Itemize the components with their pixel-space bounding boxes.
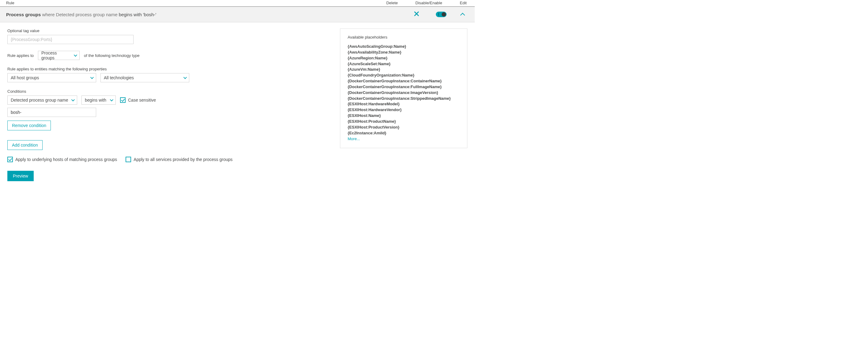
entities-matching-label: Rule applies to entities matching the fo… <box>7 67 261 71</box>
preview-button[interactable]: Preview <box>7 171 34 181</box>
placeholder-item: {ESXIHost:ProductName} <box>348 119 460 125</box>
condition-operator-value: begins with <box>85 98 106 102</box>
placeholder-item: {DockerContainerGroupInstance:FullImageN… <box>348 84 460 90</box>
applies-to-label: Rule applies to <box>7 53 34 58</box>
placeholder-item: {CloudFoundryOrganization:Name} <box>348 72 460 78</box>
condition-value-input[interactable] <box>7 108 96 117</box>
rule-summary: Process groups where Detected process gr… <box>6 12 409 17</box>
placeholder-item: {ESXIHost:HardwareVendor} <box>348 107 460 113</box>
placeholders-panel: Available placeholders {AwsAutoScalingGr… <box>340 29 467 148</box>
rule-attribute: Detected process group name <box>56 12 118 17</box>
placeholders-list: {AwsAutoScalingGroup:Name} {AwsAvailabil… <box>348 44 460 142</box>
remove-condition-button[interactable]: Remove condition <box>7 121 51 130</box>
apply-services-checkbox[interactable] <box>126 157 131 162</box>
rules-table-header: Rule Delete Disable/Enable Edit <box>0 0 475 7</box>
case-sensitive-checkbox[interactable] <box>120 97 126 103</box>
chevron-up-icon <box>462 11 465 18</box>
chevron-down-icon <box>110 98 113 101</box>
rule-row: Process groups where Detected process gr… <box>0 7 475 22</box>
condition-attribute-select[interactable]: Detected process group name <box>7 96 77 105</box>
condition-attribute-value: Detected process group name <box>11 98 68 102</box>
col-edit: Edit <box>458 1 469 5</box>
technologies-value: All technologies <box>104 75 134 80</box>
entity-type-value: Process groups <box>41 51 71 60</box>
rule-entity: Process groups <box>6 12 41 17</box>
chevron-down-icon <box>71 98 75 101</box>
chevron-down-icon <box>90 75 94 79</box>
conditions-label: Conditions <box>7 89 261 94</box>
col-rule: Rule <box>6 1 372 5</box>
enable-toggle[interactable] <box>436 12 446 17</box>
placeholder-item: {AzureVm:Name} <box>348 67 460 72</box>
chevron-down-icon <box>183 75 187 79</box>
placeholders-more-link[interactable]: More... <box>348 136 460 142</box>
technologies-select[interactable]: All technologies <box>100 73 189 82</box>
close-icon <box>414 11 419 17</box>
case-sensitive-option[interactable]: Case sensitive <box>120 97 156 103</box>
placeholder-item: {ESXIHost:Name} <box>348 113 460 119</box>
placeholder-item: {AwsAvailabilityZone:Name} <box>348 50 460 55</box>
rule-operator: begins with <box>118 12 143 17</box>
placeholder-item: {DockerContainerGroupInstance:ContainerN… <box>348 78 460 84</box>
placeholder-item: {AzureRegion:Name} <box>348 55 460 61</box>
host-groups-value: All host groups <box>11 75 39 80</box>
apply-hosts-checkbox[interactable] <box>7 157 13 162</box>
placeholders-title: Available placeholders <box>348 35 460 39</box>
condition-operator-select[interactable]: begins with <box>82 96 116 105</box>
placeholder-item: {DockerContainerGroupInstance:StrippedIm… <box>348 96 460 102</box>
rule-value: 'bosh-' <box>143 12 156 17</box>
optional-tag-label: Optional tag value <box>7 29 261 33</box>
of-tech-text: of the following technology type <box>84 53 140 58</box>
placeholder-item: {DockerContainerGroupInstance:ImageVersi… <box>348 90 460 96</box>
apply-hosts-option[interactable]: Apply to underlying hosts of matching pr… <box>7 157 117 162</box>
entity-type-select[interactable]: Process groups <box>38 51 80 60</box>
placeholder-item: {AzureScaleSet:Name} <box>348 61 460 67</box>
host-groups-select[interactable]: All host groups <box>7 73 96 82</box>
placeholder-item: {ESXIHost:HardwareModel} <box>348 101 460 107</box>
collapse-button[interactable] <box>458 11 469 18</box>
placeholder-item: {Ec2Instance:AmiId} <box>348 130 460 136</box>
placeholder-item: {AwsAutoScalingGroup:Name} <box>348 44 460 50</box>
apply-services-option[interactable]: Apply to all services provided by the pr… <box>126 157 232 162</box>
case-sensitive-label: Case sensitive <box>128 98 156 102</box>
col-disable-enable: Disable/Enable <box>412 1 446 5</box>
apply-services-label: Apply to all services provided by the pr… <box>133 157 232 162</box>
delete-rule-button[interactable] <box>409 10 424 19</box>
rule-where: where <box>41 12 56 17</box>
chevron-down-icon <box>74 53 77 57</box>
apply-hosts-label: Apply to underlying hosts of matching pr… <box>15 157 117 162</box>
col-delete: Delete <box>384 1 400 5</box>
placeholder-item: {ESXIHost:ProductVersion} <box>348 125 460 130</box>
optional-tag-input[interactable] <box>7 35 133 44</box>
add-condition-button[interactable]: Add condition <box>7 140 42 150</box>
